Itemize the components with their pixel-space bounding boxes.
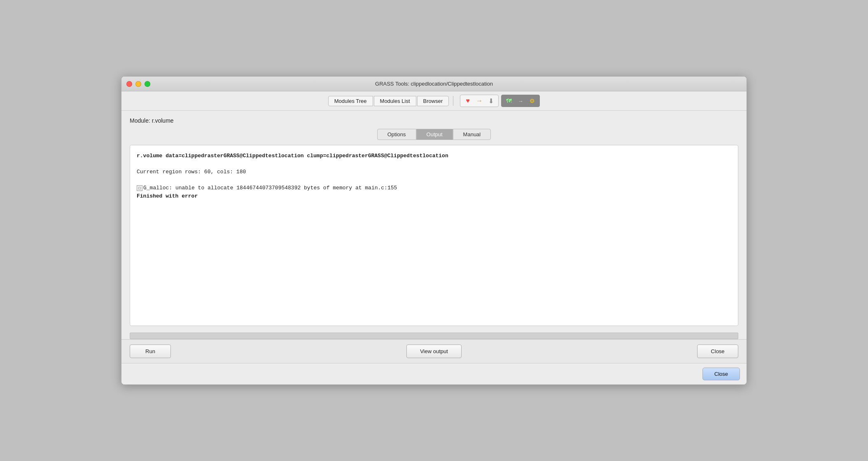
toolbar-icon-group2: 🗺 → ⚙ [501,95,540,107]
tab-manual[interactable]: Manual [453,129,491,140]
toolbar: Modules Tree Modules List Browser ♥ → ⬇ … [121,91,747,111]
main-window: GRASS Tools: clippedlocation/Clippedtest… [121,76,747,385]
heart-icon[interactable]: ♥ [463,96,473,106]
window-footer: Close [121,363,747,384]
modules-tree-button[interactable]: Modules Tree [328,96,373,106]
output-command-line: r.volume data=clippedrasterGRASS@Clipped… [137,152,731,160]
titlebar: GRASS Tools: clippedlocation/Clippedtest… [121,77,747,91]
warning-icon: □ [137,185,142,191]
close-inner-button[interactable]: Close [697,345,738,358]
progress-bar [130,333,738,339]
output-finished-line: Finished with error [137,192,731,200]
close-traffic-light[interactable] [126,81,132,87]
output-malloc-text: G_malloc: unable to allocate 18446744073… [143,185,397,191]
settings-icon[interactable]: ⚙ [527,96,537,106]
maximize-traffic-light[interactable] [145,81,150,87]
main-content: Module: r.volume Options Output Manual r… [121,111,747,333]
bottom-buttons: Run View output Close [121,339,747,363]
traffic-lights [126,81,150,87]
window-title: GRASS Tools: clippedlocation/Clippedtest… [375,81,493,87]
tab-output[interactable]: Output [416,129,453,140]
browser-button[interactable]: Browser [417,96,449,106]
run-button[interactable]: Run [130,345,171,358]
minimize-traffic-light[interactable] [135,81,141,87]
download-icon[interactable]: ⬇ [486,96,496,106]
map-icon[interactable]: 🗺 [504,96,514,106]
tab-options[interactable]: Options [377,129,416,140]
output-area: r.volume data=clippedrasterGRASS@Clipped… [130,145,738,326]
output-region-line: Current region rows: 60, cols: 180 [137,168,731,176]
arrow-right-icon[interactable]: → [474,96,484,106]
close-main-button[interactable]: Close [702,368,740,380]
toolbar-icon-group1: ♥ → ⬇ [460,95,499,107]
view-output-button[interactable]: View output [406,345,462,358]
modules-list-button[interactable]: Modules List [374,96,416,106]
module-label: Module: r.volume [130,117,738,124]
tabs-row: Options Output Manual [130,129,738,140]
toolbar-separator [453,96,453,106]
arrow-right2-icon[interactable]: → [516,96,525,106]
output-error-line: □G_malloc: unable to allocate 1844674407… [137,184,731,192]
